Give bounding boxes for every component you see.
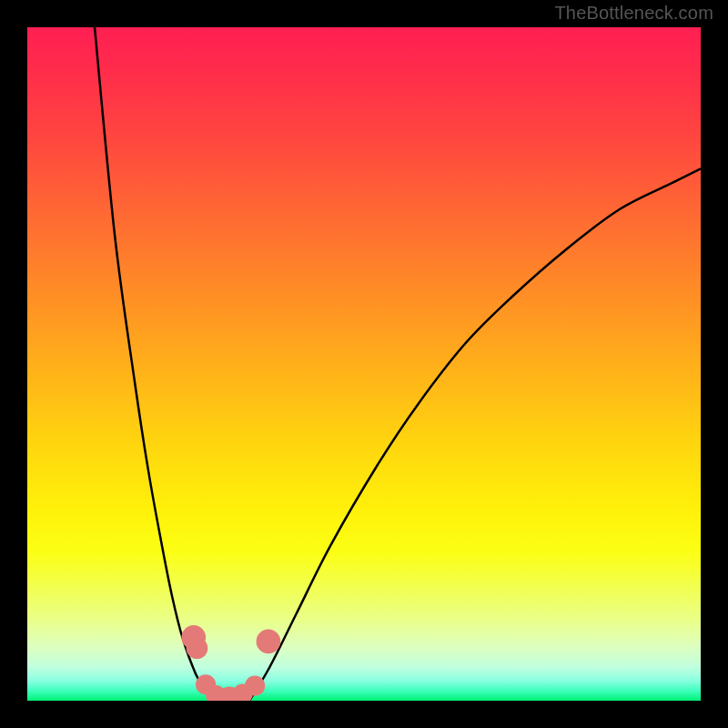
chart-frame: TheBottleneck.com <box>0 0 728 728</box>
valley-markers <box>181 625 280 701</box>
watermark-text: TheBottleneck.com <box>554 3 713 24</box>
left-curve-path <box>95 27 216 701</box>
right-dot <box>257 630 281 654</box>
left-dot-lower <box>187 637 208 659</box>
right-curve-path <box>249 168 701 701</box>
floor-dot-5 <box>245 676 265 696</box>
curve-overlay <box>27 27 701 701</box>
plot-area <box>27 27 701 701</box>
